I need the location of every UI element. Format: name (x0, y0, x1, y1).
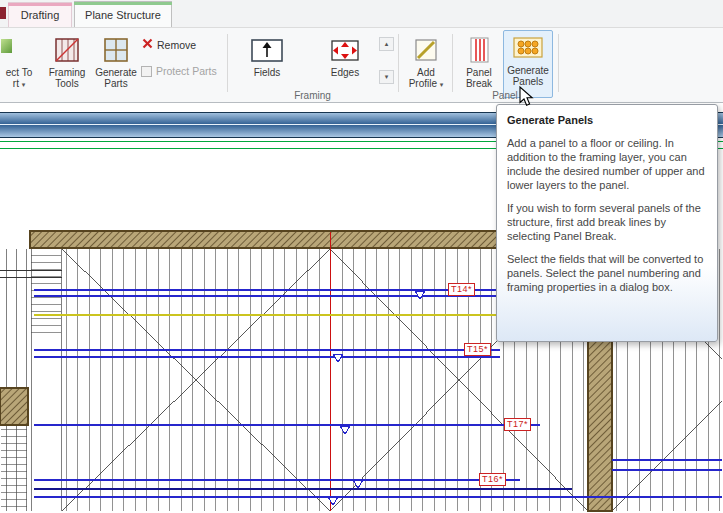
connect-to-part-button[interactable]: ect To rt ▾ (0, 32, 38, 96)
edges-icon (327, 35, 363, 65)
gallery-scroll-up-button[interactable]: ▴ (379, 37, 394, 51)
tooltip-title: Generate Panels (507, 113, 707, 127)
group-label-panel: Panel (452, 90, 558, 101)
mouse-cursor-icon (519, 86, 535, 108)
generate-parts-button[interactable]: Generate Parts (92, 32, 140, 96)
truss-label-t14: T14* (448, 283, 475, 296)
fields-icon (249, 35, 285, 65)
tooltip-paragraph-1: Add a panel to a floor or ceiling. In ad… (507, 136, 707, 192)
tab-plane-structure[interactable]: Plane Structure (74, 1, 172, 27)
truss-label-t15: T15* (464, 343, 491, 356)
checkbox-icon (141, 66, 152, 77)
framing-tools-button[interactable]: Framing Tools (44, 32, 90, 96)
gallery-scroll-column: ▴ ▾ (379, 37, 394, 84)
generate-parts-icon (103, 35, 129, 65)
ribbon: ect To rt ▾ Framing Tools (0, 27, 723, 103)
tooltip-paragraph-3: Select the fields that will be converted… (507, 252, 707, 294)
gallery-scroll-down-button[interactable]: ▾ (379, 70, 394, 84)
panel-break-button[interactable]: Panel Break (456, 32, 502, 96)
connect-to-part-icon (1, 39, 12, 53)
group-label-framing: Framing (227, 90, 398, 101)
generate-panels-icon (512, 33, 544, 63)
tab-accent-green (74, 2, 172, 5)
tab-drafting-label: Drafting (21, 9, 60, 21)
tab-drafting[interactable]: Drafting (8, 2, 72, 27)
tooltip-generate-panels: Generate Panels Add a panel to a floor o… (496, 104, 718, 342)
panel-break-label-line1: Panel (466, 67, 492, 78)
fields-button[interactable]: Fields (238, 32, 296, 96)
truss-label-t16: T16* (479, 473, 506, 486)
remove-button[interactable]: Remove (142, 38, 196, 51)
framing-tools-label-line2: Tools (49, 78, 86, 89)
tab-accent-pink (8, 3, 72, 6)
tab-plane-structure-label: Plane Structure (85, 9, 161, 21)
framing-tools-icon (54, 35, 80, 65)
protect-parts-checkbox: Protect Parts (141, 65, 217, 77)
generate-panels-label-line1: Generate (507, 65, 549, 76)
truss-label-t17: T17* (504, 418, 531, 431)
edges-label: Edges (331, 67, 359, 78)
remove-x-icon (142, 38, 153, 51)
fields-label: Fields (254, 67, 281, 78)
generate-parts-label-line1: Generate (95, 67, 137, 78)
add-profile-label-line1: Add (409, 67, 444, 78)
group-separator (227, 34, 228, 92)
framing-tools-label-line1: Framing (49, 67, 86, 78)
group-separator (398, 34, 399, 92)
generate-parts-label-line2: Parts (95, 78, 137, 89)
chevron-down-icon: ▾ (22, 81, 26, 88)
panel-break-icon (466, 35, 492, 65)
group-separator (558, 34, 559, 92)
chevron-down-icon: ▾ (440, 81, 444, 88)
add-profile-icon (413, 35, 439, 65)
group-separator (452, 34, 453, 92)
remove-label: Remove (157, 39, 196, 51)
protect-parts-label: Protect Parts (156, 65, 217, 77)
connect-to-part-label-line1: ect To (6, 67, 33, 78)
ribbon-tab-bar: Drafting Plane Structure (0, 0, 723, 27)
tooltip-paragraph-2: If you wish to form several panels of th… (507, 201, 707, 243)
panel-break-label-line2: Break (466, 78, 492, 89)
edges-button[interactable]: Edges (316, 32, 374, 96)
add-profile-button[interactable]: Add Profile ▾ (402, 32, 450, 96)
clipped-toolbar-icon (0, 7, 6, 19)
